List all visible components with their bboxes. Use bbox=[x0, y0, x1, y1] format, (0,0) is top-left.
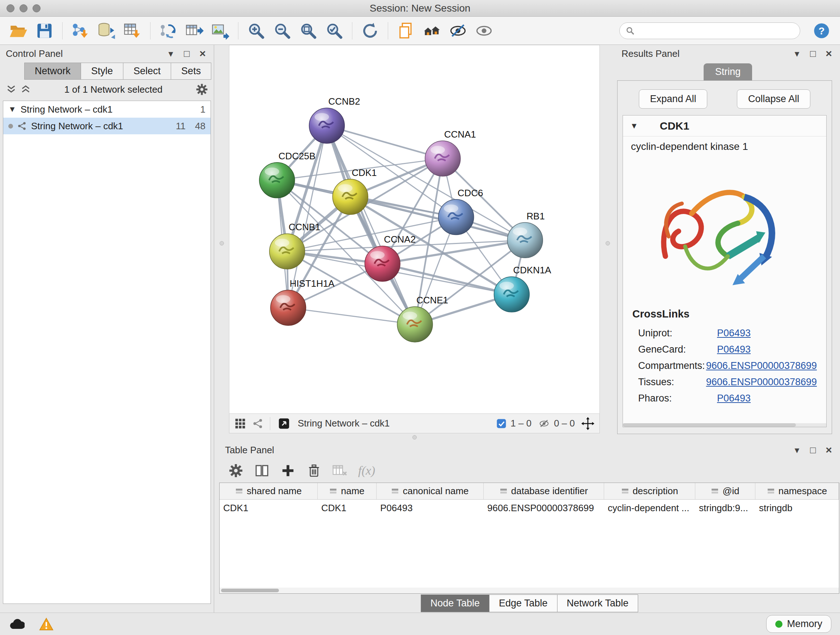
cell-canonical-name[interactable]: P06493 bbox=[377, 500, 484, 516]
collapse-panel-icon[interactable]: ▾ bbox=[791, 48, 802, 59]
cell-name[interactable]: CDK1 bbox=[317, 500, 377, 516]
network-node-CCNB1[interactable] bbox=[270, 233, 305, 269]
zoom-selected-button[interactable] bbox=[322, 19, 346, 42]
splitter-handle[interactable] bbox=[412, 435, 417, 440]
warning-icon[interactable] bbox=[39, 618, 54, 631]
cloud-status-icon[interactable] bbox=[9, 618, 25, 630]
delete-column-button[interactable] bbox=[306, 463, 322, 478]
collection-expand-icon[interactable]: ▼ bbox=[8, 105, 16, 114]
network-node-CCNA2[interactable] bbox=[365, 246, 400, 281]
cell-shared-name[interactable]: CDK1 bbox=[219, 500, 317, 516]
help-button[interactable]: ? bbox=[810, 19, 834, 42]
add-column-button[interactable] bbox=[280, 463, 296, 478]
network-node-RB1[interactable] bbox=[507, 223, 543, 258]
cell-id[interactable]: stringdb:9... bbox=[695, 500, 755, 516]
network-node-CDC6[interactable] bbox=[439, 200, 474, 235]
save-session-button[interactable] bbox=[33, 19, 57, 42]
tab-network[interactable]: Network bbox=[24, 63, 81, 80]
tab-style[interactable]: Style bbox=[81, 63, 123, 80]
tab-select[interactable]: Select bbox=[123, 63, 171, 80]
scrollbar-thumb[interactable] bbox=[221, 589, 279, 592]
expand-all-button[interactable]: Expand All bbox=[639, 89, 707, 109]
column-header-namespace[interactable]: namespace bbox=[755, 483, 839, 499]
network-node-CCNB2[interactable] bbox=[309, 108, 345, 143]
collapse-all-icon[interactable] bbox=[6, 85, 17, 94]
zoom-in-button[interactable] bbox=[244, 19, 268, 42]
float-panel-icon[interactable]: □ bbox=[807, 48, 818, 59]
pharos-link[interactable]: P06493 bbox=[717, 393, 751, 404]
birds-eye-view-icon[interactable] bbox=[234, 418, 246, 429]
delete-table-button-disabled[interactable] bbox=[332, 463, 348, 478]
close-panel-icon[interactable]: × bbox=[197, 48, 208, 60]
network-graph[interactable]: CCNB2CCNA1CDC25BCDK1CDC6RB1CCNB1CCNA2CDK… bbox=[229, 45, 600, 413]
float-panel-icon[interactable]: □ bbox=[807, 445, 818, 456]
minimize-window-button[interactable] bbox=[19, 4, 27, 12]
collapse-all-button[interactable]: Collapse All bbox=[737, 89, 810, 109]
import-network-file-button[interactable] bbox=[68, 19, 92, 42]
collapse-panel-icon[interactable]: ▾ bbox=[165, 48, 176, 59]
network-canvas[interactable]: CCNB2CCNA1CDC25BCDK1CDC6RB1CCNB1CCNA2CDK… bbox=[229, 45, 600, 414]
pan-crosshair-icon[interactable] bbox=[581, 417, 594, 430]
network-share-icon[interactable] bbox=[253, 418, 264, 429]
float-panel-icon[interactable]: □ bbox=[181, 48, 192, 59]
genecard-link[interactable]: P06493 bbox=[717, 344, 751, 355]
import-table-file-button[interactable] bbox=[120, 19, 144, 42]
copy-annotations-button[interactable] bbox=[394, 19, 418, 42]
network-node-CDKN1A[interactable] bbox=[494, 277, 530, 312]
tab-network-table[interactable]: Network Table bbox=[557, 594, 638, 612]
network-collection-row[interactable]: ▼ String Network – cdk1 1 bbox=[3, 101, 210, 118]
tab-sets[interactable]: Sets bbox=[171, 63, 211, 80]
cell-namespace[interactable]: stringdb bbox=[755, 500, 839, 516]
splitter-handle[interactable] bbox=[606, 241, 610, 245]
show-neighbors-button[interactable] bbox=[420, 19, 444, 42]
vertical-splitter[interactable] bbox=[214, 45, 229, 441]
gene-card-header[interactable]: ▼ CDK1 bbox=[623, 116, 826, 136]
table-horizontal-scrollbar[interactable] bbox=[219, 587, 839, 593]
network-edge[interactable] bbox=[327, 126, 415, 325]
network-node-CDK1[interactable] bbox=[332, 179, 368, 215]
collapse-panel-icon[interactable]: ▾ bbox=[791, 445, 802, 456]
cell-database-identifier[interactable]: 9606.ENSP00000378699 bbox=[484, 500, 604, 516]
hide-selected-button[interactable] bbox=[446, 19, 470, 42]
network-edge[interactable] bbox=[327, 126, 442, 158]
splitter-handle[interactable] bbox=[219, 241, 224, 245]
zoom-window-button[interactable] bbox=[33, 4, 41, 12]
zoom-out-button[interactable] bbox=[270, 19, 294, 42]
close-window-button[interactable] bbox=[6, 4, 14, 12]
memory-button[interactable]: Memory bbox=[766, 615, 831, 633]
hidden-eye-slash-icon[interactable] bbox=[538, 418, 550, 429]
import-network-database-button[interactable] bbox=[95, 19, 118, 42]
tissues-link[interactable]: 9606.ENSP00000378699 bbox=[706, 377, 817, 388]
network-node-HIST1H1A[interactable] bbox=[271, 290, 306, 325]
tab-edge-table[interactable]: Edge Table bbox=[489, 594, 557, 612]
apply-layout-button[interactable] bbox=[358, 19, 382, 42]
column-header-shared-name[interactable]: shared name bbox=[219, 483, 317, 499]
compartments-link[interactable]: 9606.ENSP00000378699 bbox=[706, 360, 817, 371]
search-input[interactable] bbox=[638, 25, 794, 36]
selected-checkbox-icon[interactable] bbox=[496, 418, 507, 429]
column-header-id[interactable]: @id bbox=[695, 483, 755, 499]
cell-description[interactable]: cyclin-dependent ... bbox=[604, 500, 695, 516]
network-node-CCNE1[interactable] bbox=[397, 307, 433, 342]
horizontal-splitter[interactable] bbox=[229, 433, 600, 441]
table-row[interactable]: CDK1 CDK1 P06493 9606.ENSP00000378699 cy… bbox=[219, 500, 839, 516]
tab-string[interactable]: String bbox=[704, 63, 752, 80]
column-header-canonical-name[interactable]: canonical name bbox=[377, 483, 484, 499]
uniprot-link[interactable]: P06493 bbox=[717, 328, 751, 339]
open-in-new-window-icon[interactable] bbox=[277, 416, 291, 431]
column-header-name[interactable]: name bbox=[317, 483, 377, 499]
column-header-description[interactable]: description bbox=[604, 483, 695, 499]
export-image-button[interactable] bbox=[208, 19, 232, 42]
tab-node-table[interactable]: Node Table bbox=[421, 594, 489, 612]
expand-all-icon[interactable] bbox=[20, 85, 31, 94]
network-node-CDC25B[interactable] bbox=[259, 163, 295, 198]
close-panel-icon[interactable]: × bbox=[823, 48, 834, 60]
new-network-from-selection-button[interactable] bbox=[156, 19, 180, 42]
network-options-gear-icon[interactable] bbox=[196, 83, 208, 96]
table-settings-button[interactable] bbox=[228, 463, 244, 478]
network-node-CCNA1[interactable] bbox=[425, 141, 461, 176]
scrollbar-thumb[interactable] bbox=[623, 423, 796, 427]
network-edge[interactable] bbox=[288, 308, 415, 325]
gene-expand-icon[interactable]: ▼ bbox=[630, 121, 638, 131]
show-all-button[interactable] bbox=[472, 19, 496, 42]
